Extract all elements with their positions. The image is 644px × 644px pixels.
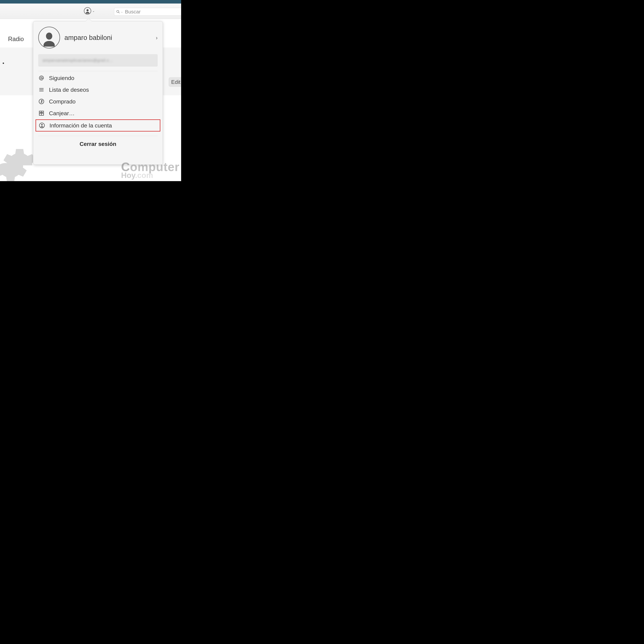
- menu-item-redeem[interactable]: Canjear…: [33, 107, 163, 119]
- app-window: ⌄ ⌄ Buscar Radio Edit amparo babiloni ›: [0, 0, 181, 181]
- menu-item-label: Lista de deseos: [49, 87, 89, 93]
- user-avatar-icon: [38, 27, 60, 48]
- chevron-down-icon: ⌄: [92, 9, 95, 13]
- menu-item-purchased[interactable]: Comprado: [33, 96, 163, 107]
- account-menu: Siguiendo Lista de deseos Comprado Canje…: [33, 71, 163, 133]
- edit-button[interactable]: Edit: [169, 77, 181, 87]
- search-placeholder: Buscar: [125, 9, 141, 15]
- user-circle-icon: [38, 122, 45, 129]
- account-header-row[interactable]: amparo babiloni ›: [33, 21, 163, 53]
- menu-item-wishlist[interactable]: Lista de deseos: [33, 84, 163, 96]
- gear-icon: [0, 144, 37, 181]
- menu-item-account-info[interactable]: Información de la cuenta: [36, 119, 160, 131]
- gift-icon: [38, 110, 45, 117]
- edit-label: Edit: [171, 79, 180, 85]
- account-email-field[interactable]: amparoanaleisplicacianes@grail.c…: [38, 54, 158, 67]
- search-icon: [116, 10, 120, 14]
- account-popover: amparo babiloni › amparoanaleisplicacian…: [33, 21, 163, 165]
- account-menu-button[interactable]: ⌄: [84, 7, 95, 15]
- user-avatar-icon: [84, 7, 91, 15]
- list-bullet: [3, 63, 4, 64]
- window-titlebar: [0, 0, 181, 4]
- list-icon: [38, 86, 45, 93]
- svg-line-1: [119, 12, 120, 13]
- sign-out-label: Cerrar sesión: [79, 141, 116, 147]
- chevron-down-icon: ⌄: [121, 10, 123, 13]
- account-display-name: amparo babiloni: [64, 34, 151, 41]
- sign-out-button[interactable]: Cerrar sesión: [33, 136, 163, 152]
- tab-radio[interactable]: Radio: [8, 36, 24, 43]
- toolbar: ⌄ ⌄ Buscar: [0, 4, 181, 19]
- menu-item-following[interactable]: Siguiendo: [33, 72, 163, 84]
- chevron-right-icon: ›: [156, 34, 158, 41]
- menu-item-label: Canjear…: [49, 110, 75, 117]
- at-sign-icon: [38, 74, 45, 82]
- account-email-value: amparoanaleisplicacianes@grail.c…: [43, 58, 113, 63]
- menu-item-label: Siguiendo: [49, 75, 74, 81]
- search-input[interactable]: ⌄ Buscar: [114, 8, 181, 16]
- menu-item-label: Información de la cuenta: [49, 122, 112, 129]
- purchased-icon: [38, 98, 45, 105]
- menu-item-label: Comprado: [49, 98, 76, 105]
- svg-point-11: [41, 124, 43, 126]
